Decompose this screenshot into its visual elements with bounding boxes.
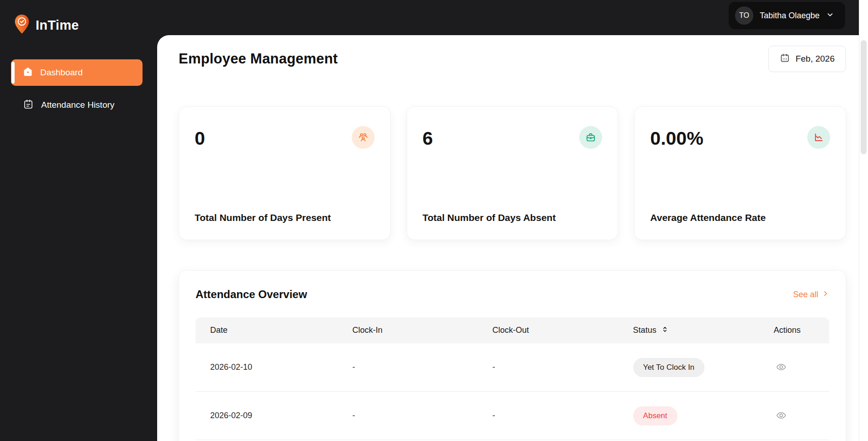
user-name: Tabitha Olaegbe bbox=[760, 11, 820, 21]
status-badge: Yet To Clock In bbox=[633, 358, 704, 377]
stat-card-days-absent: 6 Total Number of Days Absent bbox=[407, 106, 619, 240]
cell-actions bbox=[773, 360, 829, 375]
cell-clock-out: - bbox=[492, 411, 632, 420]
sidebar-item-label: Attendance History bbox=[41, 100, 115, 110]
stat-card-attendance-rate: 0.00% Average Attendance Rate bbox=[634, 106, 846, 240]
cell-clock-in: - bbox=[351, 362, 492, 372]
table-row: 2026-02-10 - - Yet To Clock In bbox=[196, 343, 829, 392]
cell-clock-in: - bbox=[351, 411, 492, 420]
table-row: 2026-02-09 - - Absent bbox=[196, 392, 829, 440]
sidebar-nav: Dashboard Attendance History bbox=[0, 59, 157, 115]
stat-label: Average Attendance Rate bbox=[650, 212, 830, 223]
chart-decline-icon bbox=[807, 126, 830, 149]
view-button[interactable] bbox=[774, 360, 789, 374]
table-header: Date Clock-In Clock-Out Status Actions bbox=[196, 317, 829, 343]
briefcase-icon bbox=[579, 126, 602, 149]
stat-label: Total Number of Days Absent bbox=[423, 212, 603, 223]
page-header: Employee Management Feb, 2026 bbox=[179, 46, 846, 72]
cell-actions bbox=[773, 408, 829, 423]
section-title: Attendance Overview bbox=[196, 288, 307, 301]
col-actions: Actions bbox=[773, 326, 829, 335]
col-status[interactable]: Status bbox=[632, 326, 773, 336]
stat-value: 0.00% bbox=[650, 128, 703, 149]
logo-pin-icon bbox=[14, 14, 30, 37]
stat-card-days-present: 0 Total Number of Days Present bbox=[179, 106, 391, 240]
chevron-right-icon bbox=[822, 290, 829, 299]
cell-status: Absent bbox=[632, 406, 773, 425]
attendance-history-icon bbox=[23, 99, 34, 112]
sidebar-item-label: Dashboard bbox=[40, 68, 83, 78]
sidebar: InTime Dashboard bbox=[0, 0, 157, 441]
avatar: TO bbox=[735, 6, 753, 25]
brand-name: InTime bbox=[36, 18, 79, 33]
month-filter-button[interactable]: Feb, 2026 bbox=[768, 46, 846, 72]
stat-label: Total Number of Days Present bbox=[195, 212, 375, 223]
users-icon bbox=[352, 126, 375, 149]
scrollbar[interactable] bbox=[859, 0, 868, 441]
attendance-overview-section: Attendance Overview See all Date Clock-I… bbox=[179, 270, 846, 441]
sort-icon[interactable] bbox=[661, 326, 669, 336]
cell-status: Yet To Clock In bbox=[632, 358, 773, 377]
cell-clock-out: - bbox=[492, 362, 632, 372]
user-menu[interactable]: TO Tabitha Olaegbe bbox=[729, 2, 845, 29]
see-all-label: See all bbox=[793, 290, 818, 299]
col-clock-out: Clock-Out bbox=[492, 326, 632, 335]
view-button[interactable] bbox=[774, 408, 789, 423]
stat-value: 6 bbox=[423, 128, 433, 149]
stat-value: 0 bbox=[195, 128, 205, 149]
attendance-table: Date Clock-In Clock-Out Status Actions bbox=[196, 317, 829, 440]
app-root: InTime Dashboard bbox=[0, 0, 868, 441]
brand-logo: InTime bbox=[14, 14, 157, 37]
main-panel: Employee Management Feb, 2026 0 bbox=[157, 35, 859, 441]
sidebar-item-attendance-history[interactable]: Attendance History bbox=[11, 95, 143, 115]
home-icon bbox=[23, 67, 33, 79]
cell-date: 2026-02-10 bbox=[196, 362, 351, 372]
sidebar-item-dashboard[interactable]: Dashboard bbox=[11, 59, 143, 86]
month-filter-label: Feb, 2026 bbox=[795, 54, 835, 64]
status-badge: Absent bbox=[633, 406, 677, 425]
scrollbar-thumb[interactable] bbox=[861, 40, 867, 154]
calendar-icon bbox=[780, 53, 790, 65]
see-all-link[interactable]: See all bbox=[793, 290, 829, 299]
chevron-down-icon bbox=[826, 10, 834, 21]
cell-date: 2026-02-09 bbox=[196, 411, 351, 420]
col-clock-in: Clock-In bbox=[351, 326, 492, 335]
stat-cards: 0 Total Number of Days Present 6 bbox=[179, 106, 846, 240]
col-date: Date bbox=[196, 326, 351, 335]
page-title: Employee Management bbox=[179, 51, 338, 67]
